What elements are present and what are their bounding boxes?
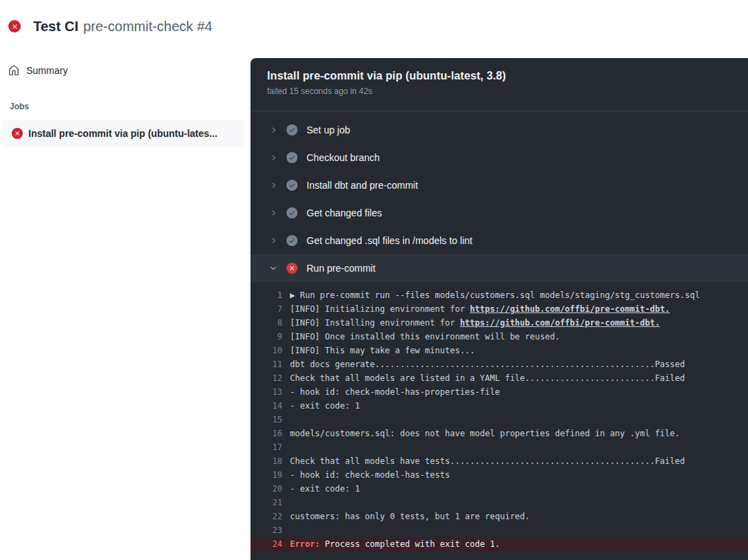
log-line: 8[INFO] Installing environment for https… [250,316,748,330]
home-icon [8,65,19,76]
step-label: Get changed .sql files in /models to lin… [307,235,473,246]
log-line-number[interactable]: 18 [250,454,282,468]
summary-label: Summary [26,65,68,76]
step-row[interactable]: Checkout branch [250,144,748,171]
log-text: Check that all models have tests........… [290,456,685,466]
chevron-down-icon[interactable] [269,264,277,272]
log-line-text: - hook id: check-model-has-tests [290,468,450,482]
log-line-number[interactable]: 1 [250,288,282,302]
log-line: 18Check that all models have tests......… [250,454,748,468]
steps-list: Set up jobCheckout branchInstall dbt and… [250,111,748,282]
check-circle-icon [286,235,298,246]
log-text: [INFO] This may take a few minutes... [290,346,475,355]
log-line-number[interactable]: 24 [250,537,282,551]
log-line: 22customers: has only 0 tests, but 1 are… [250,510,748,523]
run-header: Test CI pre-commit-check #4 [0,0,250,53]
log-link[interactable]: https://github.com/offbi/pre-commit-dbt. [460,318,660,328]
step-row[interactable]: Run pre-commit [250,254,748,282]
log-line-text: [INFO] This may take a few minutes... [290,344,475,357]
sidebar-item-summary[interactable]: Summary [8,64,241,77]
step-row[interactable]: Install dbt and pre-commit [250,171,748,199]
log-text: Process completed with exit code 1. [325,539,500,549]
log-line-text: [INFO] Initializing environment for http… [290,302,670,316]
log-line: 14- exit code: 1 [250,399,748,413]
chevron-right-icon[interactable] [269,126,277,134]
check-circle-icon [286,207,298,218]
job-status-text: failed 15 seconds ago in 42s [267,86,731,96]
log-line-number[interactable]: 23 [250,523,282,537]
log-text: ▶ Run pre-commit run --files models/cust… [290,290,700,300]
log-line: 24Error: Process completed with exit cod… [250,537,748,551]
log-text: - exit code: 1 [290,401,360,411]
log-line: 20- exit code: 1 [250,482,748,496]
log-line-text: models/customers.sql: does not have mode… [290,427,680,440]
step-label: Install dbt and pre-commit [307,180,418,191]
log-line-number[interactable]: 12 [250,371,282,385]
log-line-number[interactable]: 7 [250,302,282,316]
log-line-number[interactable]: 8 [250,316,282,330]
log-text: customers: has only 0 tests, but 1 are r… [290,512,530,521]
job-panel-header: Install pre-commit via pip (ubuntu-lates… [250,58,748,111]
step-row[interactable]: Set up job [250,116,748,144]
log-line: 13- hook id: check-model-has-properties-… [250,385,748,399]
log-line-text: - exit code: 1 [290,399,360,413]
check-circle-icon [286,124,298,136]
log-line-text: dbt docs generate.......................… [290,357,685,371]
step-label: Set up job [307,124,350,136]
log-line-number[interactable]: 16 [250,427,282,440]
log-line-text: [INFO] Installing environment for https:… [290,316,660,330]
log-text: models/customers.sql: does not have mode… [290,429,680,438]
log-line-number[interactable]: 15 [250,413,282,427]
check-circle-icon [286,180,298,191]
log-viewer: 1▶ Run pre-commit run --files models/cus… [250,282,748,551]
log-line-number[interactable]: 20 [250,482,282,496]
log-line-number[interactable]: 9 [250,330,282,344]
log-line: 21 [250,496,748,510]
log-line: 12Check that all models are listed in a … [250,371,748,385]
step-row[interactable]: Get changed .sql files in /models to lin… [250,227,748,254]
job-log-panel: Install pre-commit via pip (ubuntu-lates… [250,58,748,560]
log-text: [INFO] Installing environment for [290,318,460,328]
x-circle-icon [12,128,23,139]
chevron-right-icon[interactable] [269,153,277,162]
log-line: 16models/customers.sql: does not have mo… [250,427,748,440]
log-line-text: Error: Process completed with exit code … [290,537,500,551]
log-line: 7[INFO] Initializing environment for htt… [250,302,748,316]
log-text: dbt docs generate.......................… [290,360,685,369]
chevron-right-icon[interactable] [269,181,277,189]
log-line-text: - hook id: check-model-has-properties-fi… [290,385,500,399]
log-line: 10[INFO] This may take a few minutes... [250,344,748,357]
log-text: - exit code: 1 [290,484,360,494]
check-circle-icon [286,152,298,163]
log-line-number[interactable]: 17 [250,440,282,454]
log-line-number[interactable]: 21 [250,496,282,510]
log-line: 23 [250,523,748,537]
log-line-number[interactable]: 13 [250,385,282,399]
log-text: Check that all models are listed in a YA… [290,373,685,383]
log-line-text: Check that all models are listed in a YA… [290,371,685,385]
log-line: 11dbt docs generate.....................… [250,357,748,371]
step-row[interactable]: Get changed files [250,199,748,227]
log-line-text: [INFO] Once installed this environment w… [290,330,560,344]
chevron-right-icon[interactable] [269,209,277,217]
workflow-name: Test CI [33,19,78,35]
log-link[interactable]: https://github.com/offbi/pre-commit-dbt. [470,304,670,314]
log-text: - hook id: check-model-has-properties-fi… [290,387,500,397]
jobs-heading: Jobs [10,102,250,111]
log-text: - hook id: check-model-has-tests [290,470,450,480]
x-circle-icon [286,263,298,274]
log-line: 19- hook id: check-model-has-tests [250,468,748,482]
log-line-number[interactable]: 14 [250,399,282,413]
log-line-number[interactable]: 11 [250,357,282,371]
log-line: 15 [250,413,748,427]
log-line-number[interactable]: 10 [250,344,282,357]
log-line-text: ▶ Run pre-commit run --files models/cust… [290,288,700,302]
sidebar-item-job[interactable]: Install pre-commit via pip (ubuntu-lates… [3,120,244,147]
chevron-right-icon[interactable] [269,236,277,245]
job-label: Install pre-commit via pip (ubuntu-lates… [28,128,217,139]
log-line: 17 [250,440,748,454]
sidebar: Summary Jobs Install pre-commit via pip … [0,53,250,147]
log-line-number[interactable]: 22 [250,510,282,523]
log-text: [INFO] Once installed this environment w… [290,332,560,342]
log-line-number[interactable]: 19 [250,468,282,482]
